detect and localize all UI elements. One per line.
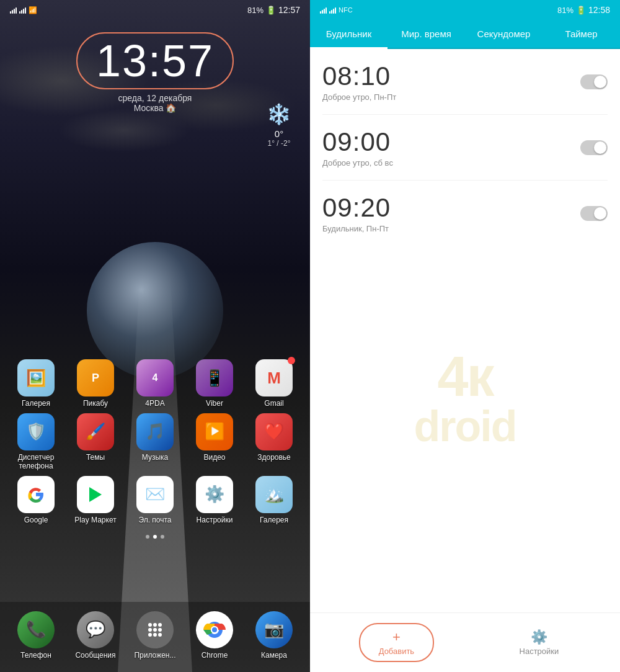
alarm-item-2[interactable]: 09:00 Доброе утро, сб вс — [322, 115, 608, 181]
picabu-label: Пикабу — [83, 399, 108, 408]
signal-bar-2 — [19, 6, 26, 14]
dock-apps[interactable]: Приложен... — [128, 611, 182, 660]
nfc-icon: 📶 — [29, 6, 37, 14]
signal-bar-1 — [10, 6, 17, 14]
playmarket-label: Play Маркет — [74, 516, 116, 524]
right-battery-icon: 🔋 — [576, 6, 586, 15]
gear-icon: ⚙️ — [531, 629, 547, 645]
4pda-label: 4PDA — [145, 399, 164, 408]
gallery2-icon: 🏔️ — [255, 476, 293, 513]
dock-chrome[interactable]: Chrome — [187, 611, 242, 660]
page-dot-3 — [161, 535, 164, 539]
app-settings[interactable]: ⚙️ Настройки — [187, 476, 242, 524]
camera-icon: 📷 — [255, 611, 293, 648]
bottom-dock: 📞 Телефон 💬 Сообщения П — [0, 602, 310, 672]
settings-label-right: Настройки — [520, 647, 559, 656]
gallery-icon: 🖼️ — [17, 359, 55, 396]
clock-location: Москва 🏠 — [0, 103, 310, 113]
app-picabu[interactable]: P Пикабу — [68, 359, 123, 408]
svg-point-13 — [212, 627, 217, 632]
right-signal-bar-2 — [329, 6, 336, 14]
weather-widget: ❄️ 0° 1° / -2° — [267, 102, 291, 148]
page-dot-2 — [153, 535, 157, 539]
dock-messages[interactable]: 💬 Сообщения — [68, 611, 123, 660]
video-label: Видео — [203, 453, 225, 462]
tab-timer[interactable]: Таймер — [542, 20, 620, 48]
camera-label: Камера — [261, 651, 287, 660]
app-gallery2[interactable]: 🏔️ Галерея — [247, 476, 301, 524]
app-themes[interactable]: 🖌️ Темы — [68, 413, 123, 471]
svg-point-6 — [158, 628, 162, 632]
dock-phone[interactable]: 📞 Телефон — [9, 611, 63, 660]
app-playmarket[interactable]: Play Маркет — [68, 476, 123, 524]
apps-label: Приложен... — [134, 651, 175, 660]
dock-camera[interactable]: 📷 Камера — [247, 611, 301, 660]
weather-icon: ❄️ — [267, 102, 291, 126]
home-screen: 📶 81% 🔋 12:57 13:57 среда, 12 декабря Мо… — [0, 0, 310, 672]
health-icon: ❤️ — [255, 413, 293, 450]
music-icon: 🎵 — [136, 413, 174, 450]
picabu-icon: P — [77, 359, 114, 396]
right-signal-icons: NFC — [320, 6, 353, 14]
page-dots — [0, 535, 310, 539]
svg-point-9 — [158, 633, 162, 637]
mail-icon: ✉️ — [136, 476, 174, 513]
themes-label: Темы — [86, 453, 105, 462]
weather-range: 1° / -2° — [267, 139, 291, 148]
app-gmail[interactable]: M Gmail — [247, 359, 301, 408]
svg-point-2 — [153, 623, 157, 627]
gmail-badge — [288, 357, 295, 364]
themes-icon: 🖌️ — [77, 413, 114, 450]
svg-point-5 — [153, 628, 157, 632]
alarm-1-label: Доброе утро, Пн-Пт — [322, 92, 396, 102]
right-status-bar: NFC 81% 🔋 12:58 — [310, 0, 620, 20]
gallery2-label: Галерея — [260, 516, 288, 524]
clock-app-tabs: Будильник Мир. время Секундомер Таймер — [310, 20, 620, 49]
add-alarm-button[interactable]: + Добавить — [359, 623, 434, 662]
tab-alarm[interactable]: Будильник — [310, 20, 388, 48]
alarm-1-info: 08:10 Доброе утро, Пн-Пт — [322, 61, 396, 102]
clock-widget: 13:57 среда, 12 декабря Москва 🏠 — [0, 32, 310, 113]
messages-icon: 💬 — [77, 611, 114, 648]
clock-date: среда, 12 декабря — [0, 93, 310, 103]
gmail-label: Gmail — [264, 399, 283, 408]
app-music[interactable]: 🎵 Музыка — [128, 413, 182, 471]
weather-temp: 0° — [267, 128, 291, 139]
chrome-icon — [196, 611, 233, 648]
app-gallery[interactable]: 🖼️ Галерея — [9, 359, 63, 408]
alarm-2-time: 09:00 — [322, 127, 393, 157]
app-google[interactable]: Google — [9, 476, 63, 524]
phone-icon: 📞 — [17, 611, 55, 648]
messages-label: Сообщения — [75, 651, 115, 660]
alarm-2-info: 09:00 Доброе утро, сб вс — [322, 127, 393, 168]
watermark: 4к droid — [310, 186, 620, 610]
phone-label: Телефон — [20, 651, 51, 660]
tab-world-time[interactable]: Мир. время — [388, 20, 465, 48]
alarm-2-toggle[interactable] — [580, 140, 608, 155]
app-health[interactable]: ❤️ Здоровье — [247, 413, 301, 471]
settings-icon: ⚙️ — [196, 476, 233, 513]
add-icon: + — [392, 629, 401, 645]
app-mail[interactable]: ✉️ Эл. почта — [128, 476, 182, 524]
app-4pda[interactable]: 4 4PDA — [128, 359, 182, 408]
gmail-icon: M — [255, 359, 293, 396]
clock-time: 13:57 — [96, 38, 214, 83]
viber-icon: 📱 — [196, 359, 233, 396]
svg-point-1 — [148, 623, 152, 627]
right-time: 12:58 — [588, 5, 610, 15]
alarm-2-label: Доброе утро, сб вс — [322, 158, 393, 168]
chrome-label: Chrome — [202, 651, 228, 660]
left-signal-icons: 📶 — [10, 6, 37, 14]
app-video[interactable]: ▶️ Видео — [187, 413, 242, 471]
alarm-1-toggle[interactable] — [580, 74, 608, 89]
music-label: Музыка — [142, 453, 168, 462]
app-viber[interactable]: 📱 Viber — [187, 359, 242, 408]
alarm-settings-button[interactable]: ⚙️ Настройки — [507, 624, 572, 661]
right-battery-percent: 81% — [557, 6, 574, 15]
right-signal-bar-1 — [320, 6, 327, 14]
app-dispatcher[interactable]: 🛡️ Диспетчер телефона — [9, 413, 63, 471]
alarm-item-1[interactable]: 08:10 Доброе утро, Пн-Пт — [322, 49, 608, 115]
settings-label: Настройки — [197, 516, 233, 524]
svg-point-3 — [158, 623, 162, 627]
tab-stopwatch[interactable]: Секундомер — [465, 20, 542, 48]
